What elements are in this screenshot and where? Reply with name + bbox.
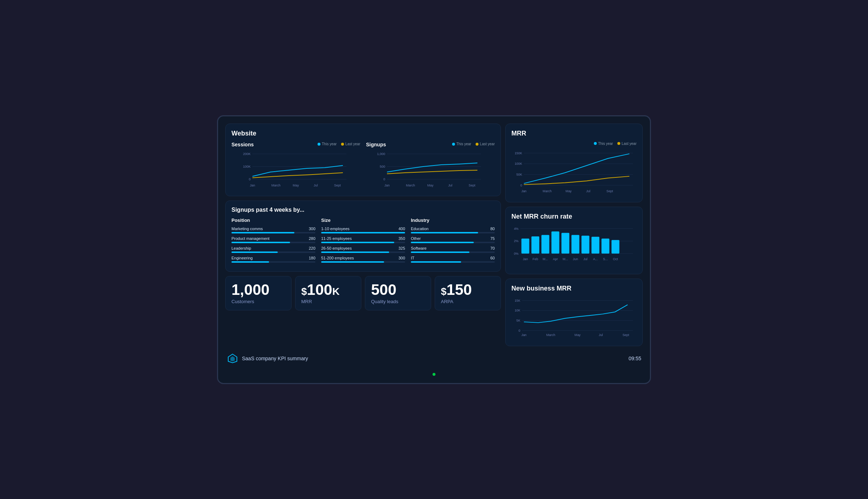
main-grid: Website Sessions This year (225, 124, 643, 346)
size-name-2: 26-50 employees (321, 246, 352, 250)
mrr-chart: 150K 100K 50K 0 Jan March May Jul Sept (511, 149, 637, 196)
position-name-1: Product management (231, 236, 269, 241)
svg-text:Sept: Sept (622, 333, 629, 337)
position-row-2: Leadership 220 (231, 246, 315, 253)
svg-text:May: May (566, 189, 572, 193)
svg-text:March: March (271, 184, 280, 187)
svg-text:0: 0 (249, 177, 251, 181)
net-mrr-churn-card: Net MRR churn rate 4% 2% 0% (505, 207, 643, 274)
signups-breakdown-card: Signups past 4 weeks by... Position Mark… (225, 201, 501, 272)
svg-rect-48 (591, 237, 599, 253)
size-value-0: 400 (399, 227, 405, 231)
sessions-last-year-dot (341, 143, 344, 146)
industry-row-1: Other 75 (411, 236, 495, 243)
footer-bar: SaaS company KPI summary 09:55 (225, 350, 643, 366)
mrr-last-year-dot (617, 142, 620, 145)
svg-text:100K: 100K (243, 165, 251, 168)
svg-text:200K: 200K (243, 152, 251, 156)
svg-text:Jun: Jun (573, 257, 578, 261)
svg-text:0: 0 (519, 328, 520, 332)
svg-text:1,000: 1,000 (377, 152, 385, 156)
svg-rect-45 (561, 233, 569, 253)
svg-text:4%: 4% (514, 227, 519, 230)
footer-title: SaaS company KPI summary (242, 356, 308, 361)
industry-column: Industry Education 80 Other 75 (411, 218, 495, 266)
svg-rect-42 (531, 236, 539, 253)
industry-column-title: Industry (411, 218, 495, 223)
mrr-title: MRR (511, 130, 637, 137)
net-mrr-churn-chart-container: 4% 2% 0% (511, 225, 637, 268)
industry-bar-2 (411, 251, 469, 253)
mrr-legend-last-year: Last year (617, 142, 637, 146)
signups-legend-last-year: Last year (476, 142, 495, 146)
position-column-title: Position (231, 218, 315, 223)
position-bar-3 (231, 261, 269, 263)
svg-text:Oct: Oct (613, 257, 618, 261)
svg-text:500: 500 (380, 165, 385, 168)
footer-time: 09:55 (629, 356, 641, 361)
position-name-0: Marketing comms (231, 227, 263, 231)
industry-bar-3 (411, 261, 461, 263)
signups-section: Signups This year Last year (366, 142, 495, 190)
svg-text:Apr: Apr (553, 257, 558, 261)
size-bar-3 (321, 261, 384, 263)
sessions-chart: 200K 100K 0 Jan March May (231, 150, 360, 190)
size-row-0: 1-10 employees 400 (321, 227, 405, 233)
kpi-leads-number: 500 (371, 282, 425, 297)
svg-text:Jan: Jan (523, 257, 528, 261)
svg-text:10K: 10K (515, 309, 520, 312)
sessions-legend: This year Last year (318, 142, 360, 146)
svg-text:Sept: Sept (334, 184, 341, 187)
sessions-this-year-dot (318, 143, 320, 146)
new-business-mrr-card: New business MRR 15K 10K 5K 0 (505, 279, 643, 346)
position-column: Position Marketing comms 300 Product man… (231, 218, 315, 266)
kpi-arpa-number: $150 (441, 282, 495, 297)
svg-text:Jan: Jan (521, 333, 526, 337)
position-value-1: 280 (309, 236, 315, 241)
position-bar-1 (231, 242, 290, 243)
net-mrr-churn-title: Net MRR churn rate (511, 213, 637, 220)
net-mrr-churn-chart: 4% 2% 0% (511, 225, 637, 268)
industry-row-2: Software 70 (411, 246, 495, 253)
mrr-legend-this-year: This year (594, 142, 613, 146)
kpi-arpa-label: ARPA (441, 299, 495, 304)
svg-text:0: 0 (520, 183, 522, 187)
industry-name-0: Education (411, 227, 429, 231)
footer-logo (227, 353, 238, 364)
left-column: Website Sessions This year (225, 124, 501, 346)
kpi-mrr-number: $100K (301, 282, 355, 297)
right-column: MRR This year Last year (505, 124, 643, 346)
position-value-0: 300 (309, 227, 315, 231)
sessions-chart-container: 200K 100K 0 Jan March May (231, 150, 360, 190)
dot-indicator (433, 373, 435, 376)
signups-label: Signups (366, 142, 386, 147)
industry-bar-0 (411, 232, 478, 233)
svg-rect-43 (541, 235, 549, 253)
mrr-legend: This year Last year (594, 142, 637, 146)
svg-rect-44 (552, 231, 559, 253)
svg-text:Jul: Jul (314, 184, 318, 187)
size-column-title: Size (321, 218, 405, 223)
industry-value-2: 70 (490, 246, 495, 250)
position-row-0: Marketing comms 300 (231, 227, 315, 233)
size-row-1: 11-25 employees 350 (321, 236, 405, 243)
svg-text:May: May (574, 333, 580, 337)
svg-text:0: 0 (383, 177, 385, 181)
svg-text:M...: M... (563, 257, 568, 261)
size-name-0: 1-10 employees (321, 227, 349, 231)
kpi-customers-label: Customers (231, 299, 285, 304)
position-name-2: Leadership (231, 246, 251, 250)
signups-legend-this-year: This year (452, 142, 471, 146)
svg-text:0%: 0% (514, 251, 519, 255)
industry-row-3: IT 60 (411, 256, 495, 263)
kpi-leads-label: Quality leads (371, 299, 425, 304)
size-name-3: 51-200 employees (321, 256, 354, 260)
signups-chart: 1,000 500 0 Jan March May Jul (366, 150, 495, 190)
svg-text:Jul: Jul (586, 189, 590, 193)
svg-text:Feb: Feb (533, 257, 538, 261)
position-name-3: Engineering (231, 256, 253, 260)
size-row-3: 51-200 employees 300 (321, 256, 405, 263)
position-bar-0 (231, 232, 294, 233)
sessions-label: Sessions (231, 142, 254, 147)
size-bar-0 (321, 232, 405, 233)
